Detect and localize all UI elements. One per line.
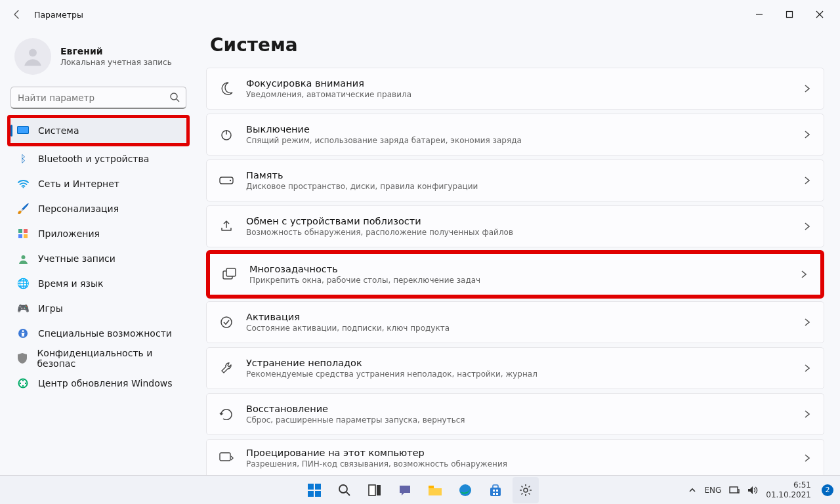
chevron-right-icon xyxy=(803,84,812,93)
svg-point-10 xyxy=(21,255,25,259)
svg-rect-28 xyxy=(429,486,434,488)
card-sub: Дисковое пространство, диски, правила ко… xyxy=(246,182,803,191)
svg-rect-32 xyxy=(493,490,495,492)
svg-point-36 xyxy=(524,488,528,492)
tray-chevron-icon[interactable] xyxy=(688,486,696,494)
svg-rect-34 xyxy=(493,493,495,495)
card-title: Фокусировка внимания xyxy=(246,78,803,89)
multitask-icon xyxy=(210,268,249,281)
nav-item-accessibility[interactable]: Специальные возможности xyxy=(10,321,186,346)
nav-item-network[interactable]: Сеть и Интернет xyxy=(10,171,186,196)
card-focus[interactable]: Фокусировка вниманияУведомления, автомат… xyxy=(206,68,824,110)
card-sub: Прикрепить окна, рабочие столы, переключ… xyxy=(249,276,799,285)
tray-lang[interactable]: ENG xyxy=(704,486,721,495)
svg-rect-6 xyxy=(18,229,22,233)
nav-item-update[interactable]: Центр обновления Windows xyxy=(10,371,186,396)
svg-point-16 xyxy=(230,180,231,181)
main-panel: Система Фокусировка вниманияУведомления,… xyxy=(197,29,840,475)
nav-item-gaming[interactable]: 🎮 Игры xyxy=(10,296,186,321)
profile-sub: Локальная учетная запись xyxy=(60,58,172,67)
card-sub: Разрешения, ПИН-код связывания, возможно… xyxy=(246,459,803,469)
accessibility-icon xyxy=(17,328,29,339)
shield-icon xyxy=(17,353,28,364)
svg-rect-24 xyxy=(315,491,321,497)
nav-item-system[interactable]: Система xyxy=(10,118,186,143)
svg-point-12 xyxy=(22,330,24,332)
minimize-button[interactable] xyxy=(744,4,774,25)
card-storage[interactable]: ПамятьДисковое пространство, диски, прав… xyxy=(206,159,824,201)
tray-clock[interactable]: 6:51 01.10.2021 xyxy=(766,480,811,500)
card-nearby[interactable]: Обмен с устройствами поблизостиВозможнос… xyxy=(206,205,824,247)
card-activation[interactable]: АктивацияСостояние активации, подписки, … xyxy=(206,301,824,343)
store-button[interactable] xyxy=(482,477,509,503)
svg-rect-30 xyxy=(490,488,501,496)
profile-block[interactable]: Евгений Локальная учетная запись xyxy=(10,38,186,75)
taskbar-center xyxy=(301,477,539,503)
card-multitasking[interactable]: МногозадачностьПрикрепить окна, рабочие … xyxy=(210,254,820,295)
nav-label: Сеть и Интернет xyxy=(38,178,119,189)
wrench-icon xyxy=(207,362,246,375)
window-title: Параметры xyxy=(34,10,83,20)
taskbar-search[interactable] xyxy=(331,477,358,503)
nav-item-bluetooth[interactable]: ᛒ Bluetooth и устройства xyxy=(10,146,186,171)
nav-label: Конфиденциальность и безопас xyxy=(37,348,180,369)
tray-time: 6:51 xyxy=(766,480,811,490)
maximize-button[interactable] xyxy=(774,4,805,25)
svg-rect-31 xyxy=(493,485,498,488)
chevron-right-icon xyxy=(799,270,808,279)
svg-rect-4 xyxy=(18,127,28,133)
settings-button[interactable] xyxy=(513,477,539,503)
nav-item-time[interactable]: 🌐 Время и язык xyxy=(10,271,186,296)
card-title: Проецирование на этот компьютер xyxy=(246,448,803,458)
profile-name: Евгений xyxy=(60,46,172,56)
nav-label: Персонализация xyxy=(38,203,119,214)
system-tray[interactable]: ENG 6:51 01.10.2021 2 xyxy=(688,480,840,500)
svg-rect-27 xyxy=(377,485,381,495)
svg-rect-33 xyxy=(496,490,498,492)
card-recovery[interactable]: ВосстановлениеСброс, расширенные парамет… xyxy=(206,393,824,435)
svg-point-25 xyxy=(339,485,347,493)
card-projecting[interactable]: Проецирование на этот компьютерРазрешени… xyxy=(206,439,824,475)
check-circle-icon xyxy=(207,316,246,329)
svg-point-19 xyxy=(221,317,232,327)
recovery-icon xyxy=(207,408,246,420)
svg-rect-7 xyxy=(24,229,28,233)
search-input[interactable] xyxy=(10,87,186,109)
back-button[interactable] xyxy=(5,3,29,26)
settings-list: Фокусировка вниманияУведомления, автомат… xyxy=(206,68,824,475)
chevron-right-icon xyxy=(803,364,812,373)
nav-item-apps[interactable]: Приложения xyxy=(10,221,186,246)
chevron-right-icon xyxy=(803,222,812,231)
card-title: Активация xyxy=(246,312,803,322)
card-troubleshoot[interactable]: Устранение неполадокРекомендуемые средст… xyxy=(206,347,824,389)
chat-button[interactable] xyxy=(392,477,418,503)
svg-rect-0 xyxy=(787,12,793,18)
chevron-right-icon xyxy=(803,453,812,463)
nav-item-personalization[interactable]: 🖌️ Персонализация xyxy=(10,196,186,221)
highlight-system-nav: Система xyxy=(7,115,190,146)
card-title: Память xyxy=(246,170,803,180)
project-icon xyxy=(207,452,246,464)
chevron-right-icon xyxy=(803,130,812,139)
notification-badge[interactable]: 2 xyxy=(822,484,833,496)
storage-icon xyxy=(207,177,246,184)
svg-rect-9 xyxy=(24,234,28,238)
card-power[interactable]: ВыключениеСпящий режим, использование за… xyxy=(206,114,824,156)
close-button[interactable] xyxy=(805,4,835,25)
card-sub: Возможность обнаружения, расположение по… xyxy=(246,228,803,237)
task-view-button[interactable] xyxy=(362,477,388,503)
volume-icon[interactable] xyxy=(747,486,758,495)
nav-label: Игры xyxy=(38,303,63,314)
svg-rect-21 xyxy=(308,484,314,490)
sidebar: Евгений Локальная учетная запись Система… xyxy=(0,29,197,475)
edge-button[interactable] xyxy=(452,477,478,503)
nav-label: Специальные возможности xyxy=(38,328,172,339)
nav-item-accounts[interactable]: Учетные записи xyxy=(10,246,186,271)
search-box[interactable] xyxy=(10,87,186,109)
start-button[interactable] xyxy=(301,477,327,503)
explorer-button[interactable] xyxy=(422,477,448,503)
nav-label: Центр обновления Windows xyxy=(38,378,172,388)
nav-item-privacy[interactable]: Конфиденциальность и безопас xyxy=(10,346,186,371)
network-icon[interactable] xyxy=(729,486,740,495)
svg-rect-35 xyxy=(496,493,498,495)
